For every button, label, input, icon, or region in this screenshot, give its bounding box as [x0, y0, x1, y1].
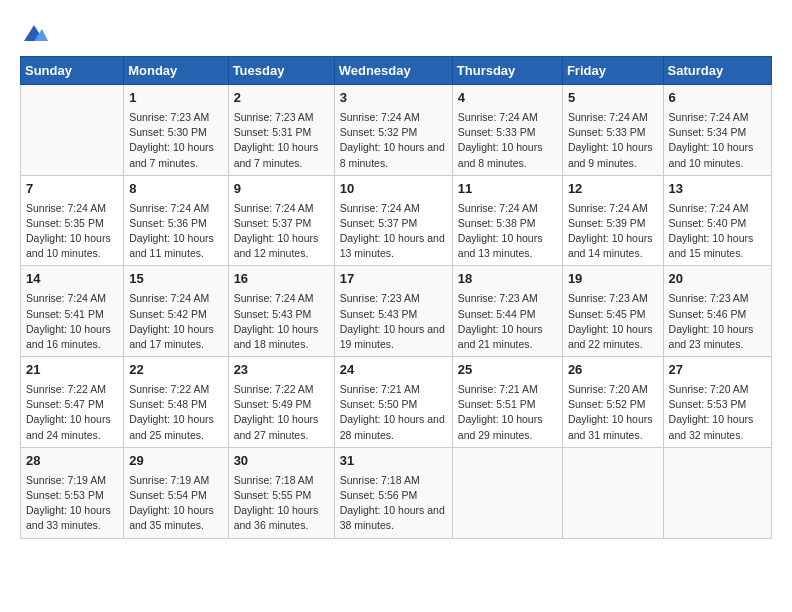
logo [20, 20, 48, 46]
day-number: 14 [26, 270, 118, 289]
day-sunrise: Sunrise: 7:24 AM [26, 292, 106, 304]
day-sunset: Sunset: 5:56 PM [340, 489, 418, 501]
day-daylight: Daylight: 10 hours and 10 minutes. [669, 141, 754, 168]
day-daylight: Daylight: 10 hours and 8 minutes. [340, 141, 445, 168]
day-number: 30 [234, 452, 329, 471]
day-sunrise: Sunrise: 7:24 AM [340, 111, 420, 123]
day-number: 23 [234, 361, 329, 380]
day-sunrise: Sunrise: 7:24 AM [669, 202, 749, 214]
day-daylight: Daylight: 10 hours and 31 minutes. [568, 413, 653, 440]
calendar-cell: 26 Sunrise: 7:20 AM Sunset: 5:52 PM Dayl… [562, 357, 663, 448]
day-number: 15 [129, 270, 222, 289]
day-number: 6 [669, 89, 766, 108]
calendar-cell: 19 Sunrise: 7:23 AM Sunset: 5:45 PM Dayl… [562, 266, 663, 357]
day-number: 21 [26, 361, 118, 380]
day-sunset: Sunset: 5:47 PM [26, 398, 104, 410]
day-sunrise: Sunrise: 7:22 AM [26, 383, 106, 395]
day-number: 25 [458, 361, 557, 380]
day-sunset: Sunset: 5:33 PM [568, 126, 646, 138]
day-number: 16 [234, 270, 329, 289]
day-number: 3 [340, 89, 447, 108]
calendar-cell: 13 Sunrise: 7:24 AM Sunset: 5:40 PM Dayl… [663, 175, 771, 266]
day-sunset: Sunset: 5:37 PM [340, 217, 418, 229]
day-sunrise: Sunrise: 7:19 AM [129, 474, 209, 486]
day-sunset: Sunset: 5:31 PM [234, 126, 312, 138]
day-sunset: Sunset: 5:52 PM [568, 398, 646, 410]
week-row-1: 1 Sunrise: 7:23 AM Sunset: 5:30 PM Dayli… [21, 85, 772, 176]
calendar-cell: 21 Sunrise: 7:22 AM Sunset: 5:47 PM Dayl… [21, 357, 124, 448]
day-sunset: Sunset: 5:39 PM [568, 217, 646, 229]
calendar-cell: 4 Sunrise: 7:24 AM Sunset: 5:33 PM Dayli… [452, 85, 562, 176]
day-daylight: Daylight: 10 hours and 28 minutes. [340, 413, 445, 440]
day-sunset: Sunset: 5:32 PM [340, 126, 418, 138]
day-daylight: Daylight: 10 hours and 27 minutes. [234, 413, 319, 440]
calendar-cell: 16 Sunrise: 7:24 AM Sunset: 5:43 PM Dayl… [228, 266, 334, 357]
calendar-cell: 23 Sunrise: 7:22 AM Sunset: 5:49 PM Dayl… [228, 357, 334, 448]
day-sunrise: Sunrise: 7:24 AM [129, 202, 209, 214]
day-sunrise: Sunrise: 7:22 AM [129, 383, 209, 395]
day-sunrise: Sunrise: 7:23 AM [234, 111, 314, 123]
calendar-table: SundayMondayTuesdayWednesdayThursdayFrid… [20, 56, 772, 539]
header-wednesday: Wednesday [334, 57, 452, 85]
day-daylight: Daylight: 10 hours and 7 minutes. [129, 141, 214, 168]
day-sunrise: Sunrise: 7:23 AM [340, 292, 420, 304]
day-sunset: Sunset: 5:30 PM [129, 126, 207, 138]
calendar-cell: 7 Sunrise: 7:24 AM Sunset: 5:35 PM Dayli… [21, 175, 124, 266]
day-daylight: Daylight: 10 hours and 19 minutes. [340, 323, 445, 350]
day-sunrise: Sunrise: 7:24 AM [568, 202, 648, 214]
day-sunset: Sunset: 5:53 PM [669, 398, 747, 410]
calendar-cell: 22 Sunrise: 7:22 AM Sunset: 5:48 PM Dayl… [124, 357, 228, 448]
day-number: 13 [669, 180, 766, 199]
day-daylight: Daylight: 10 hours and 36 minutes. [234, 504, 319, 531]
day-sunset: Sunset: 5:43 PM [234, 308, 312, 320]
header-sunday: Sunday [21, 57, 124, 85]
calendar-cell: 10 Sunrise: 7:24 AM Sunset: 5:37 PM Dayl… [334, 175, 452, 266]
day-number: 9 [234, 180, 329, 199]
day-sunset: Sunset: 5:51 PM [458, 398, 536, 410]
day-daylight: Daylight: 10 hours and 9 minutes. [568, 141, 653, 168]
header-monday: Monday [124, 57, 228, 85]
day-sunset: Sunset: 5:53 PM [26, 489, 104, 501]
day-daylight: Daylight: 10 hours and 7 minutes. [234, 141, 319, 168]
day-sunset: Sunset: 5:36 PM [129, 217, 207, 229]
day-sunrise: Sunrise: 7:19 AM [26, 474, 106, 486]
calendar-cell: 17 Sunrise: 7:23 AM Sunset: 5:43 PM Dayl… [334, 266, 452, 357]
day-number: 20 [669, 270, 766, 289]
week-row-4: 21 Sunrise: 7:22 AM Sunset: 5:47 PM Dayl… [21, 357, 772, 448]
day-sunset: Sunset: 5:48 PM [129, 398, 207, 410]
day-sunset: Sunset: 5:34 PM [669, 126, 747, 138]
week-row-2: 7 Sunrise: 7:24 AM Sunset: 5:35 PM Dayli… [21, 175, 772, 266]
day-sunset: Sunset: 5:50 PM [340, 398, 418, 410]
calendar-cell: 2 Sunrise: 7:23 AM Sunset: 5:31 PM Dayli… [228, 85, 334, 176]
day-number: 31 [340, 452, 447, 471]
day-sunset: Sunset: 5:33 PM [458, 126, 536, 138]
day-number: 17 [340, 270, 447, 289]
logo-text [20, 20, 48, 46]
day-sunrise: Sunrise: 7:24 AM [234, 202, 314, 214]
day-sunset: Sunset: 5:35 PM [26, 217, 104, 229]
calendar-cell: 31 Sunrise: 7:18 AM Sunset: 5:56 PM Dayl… [334, 447, 452, 538]
day-sunrise: Sunrise: 7:23 AM [669, 292, 749, 304]
day-daylight: Daylight: 10 hours and 17 minutes. [129, 323, 214, 350]
calendar-cell: 30 Sunrise: 7:18 AM Sunset: 5:55 PM Dayl… [228, 447, 334, 538]
calendar-cell: 27 Sunrise: 7:20 AM Sunset: 5:53 PM Dayl… [663, 357, 771, 448]
logo-icon [20, 23, 48, 45]
calendar-cell: 20 Sunrise: 7:23 AM Sunset: 5:46 PM Dayl… [663, 266, 771, 357]
day-number: 19 [568, 270, 658, 289]
calendar-cell: 9 Sunrise: 7:24 AM Sunset: 5:37 PM Dayli… [228, 175, 334, 266]
day-daylight: Daylight: 10 hours and 25 minutes. [129, 413, 214, 440]
week-row-3: 14 Sunrise: 7:24 AM Sunset: 5:41 PM Dayl… [21, 266, 772, 357]
calendar-cell: 29 Sunrise: 7:19 AM Sunset: 5:54 PM Dayl… [124, 447, 228, 538]
day-daylight: Daylight: 10 hours and 11 minutes. [129, 232, 214, 259]
day-sunrise: Sunrise: 7:21 AM [458, 383, 538, 395]
day-number: 27 [669, 361, 766, 380]
calendar-cell: 8 Sunrise: 7:24 AM Sunset: 5:36 PM Dayli… [124, 175, 228, 266]
calendar-cell [21, 85, 124, 176]
day-daylight: Daylight: 10 hours and 18 minutes. [234, 323, 319, 350]
day-sunset: Sunset: 5:40 PM [669, 217, 747, 229]
day-daylight: Daylight: 10 hours and 23 minutes. [669, 323, 754, 350]
day-daylight: Daylight: 10 hours and 35 minutes. [129, 504, 214, 531]
day-sunrise: Sunrise: 7:24 AM [458, 111, 538, 123]
day-number: 12 [568, 180, 658, 199]
day-sunset: Sunset: 5:41 PM [26, 308, 104, 320]
